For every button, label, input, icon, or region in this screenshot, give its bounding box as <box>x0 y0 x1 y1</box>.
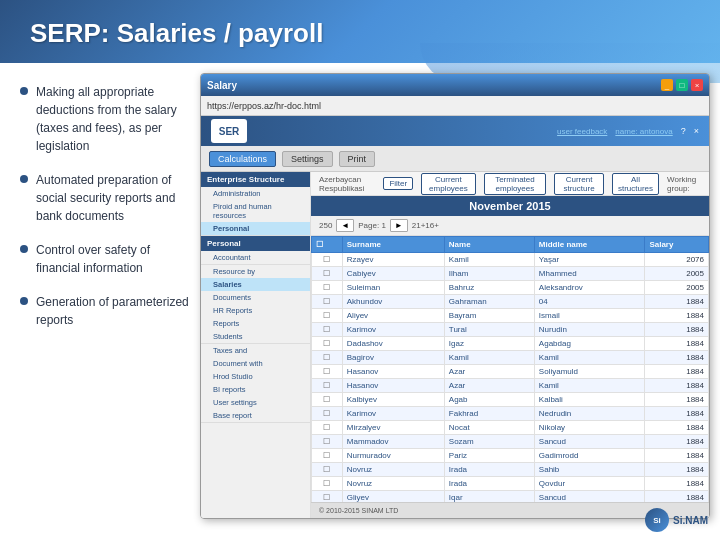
table-row[interactable]: ☐ Suleiman Bahruz Aleksandrov 2005 <box>312 281 709 295</box>
row-middle: Yaşar <box>534 253 645 267</box>
table-row[interactable]: ☐ Karimov Tural Nurudin 1884 <box>312 323 709 337</box>
sidebar-item-taxes[interactable]: Taxes and <box>201 344 310 357</box>
close-button[interactable]: × <box>691 79 703 91</box>
row-check[interactable]: ☐ <box>312 295 343 309</box>
row-name: Bahruz <box>444 281 534 295</box>
row-check[interactable]: ☐ <box>312 365 343 379</box>
table-row[interactable]: ☐ Gliyev Iqar Sancud 1884 <box>312 491 709 503</box>
app-main: Azerbaycan Respublikasi Filter Current e… <box>311 172 709 518</box>
row-name: Iqar <box>444 491 534 503</box>
sidebar-item-piroid[interactable]: Piroid and human resources <box>201 200 310 222</box>
bullet-dot <box>20 87 28 95</box>
row-check[interactable]: ☐ <box>312 253 343 267</box>
user-name-link[interactable]: name: antonova <box>615 127 672 136</box>
bullet-panel: Making all appropriate deductions from t… <box>0 63 200 529</box>
row-middle: Ismail <box>534 309 645 323</box>
row-surname: Mammadov <box>342 435 444 449</box>
filter-row: Azerbaycan Respublikasi Filter Current e… <box>311 172 709 196</box>
table-row[interactable]: ☐ Akhundov Gahraman 04 1884 <box>312 295 709 309</box>
row-check[interactable]: ☐ <box>312 393 343 407</box>
table-row[interactable]: ☐ Hasanov Azar Soliyamuld 1884 <box>312 365 709 379</box>
row-check[interactable]: ☐ <box>312 267 343 281</box>
minimize-button[interactable]: _ <box>661 79 673 91</box>
row-check[interactable]: ☐ <box>312 407 343 421</box>
row-check[interactable]: ☐ <box>312 323 343 337</box>
page-title: SERP: Salaries / payroll <box>30 18 690 49</box>
next-page-button[interactable]: ► <box>390 219 408 232</box>
data-table-element: ☐ Surname Name Middle name Salary ☐ Rzay… <box>311 236 709 502</box>
current-employees-button[interactable]: Current employees <box>421 173 475 195</box>
table-row[interactable]: ☐ Novruz Irada Sahib 1884 <box>312 463 709 477</box>
row-name: Gahraman <box>444 295 534 309</box>
sidebar-item-user-settings[interactable]: User settings <box>201 396 310 409</box>
sidebar-item-reports[interactable]: Reports <box>201 317 310 330</box>
table-header-row: ☐ Surname Name Middle name Salary <box>312 237 709 253</box>
sidebar-item-bi-reports[interactable]: BI reports <box>201 383 310 396</box>
table-row[interactable]: ☐ Nurmuradov Pariz Gadimrodd 1884 <box>312 449 709 463</box>
sidebar-item-personnal[interactable]: Personnal <box>201 222 310 235</box>
table-row[interactable]: ☐ Novruz Irada Qovdur 1884 <box>312 477 709 491</box>
sidebar-item-document-with[interactable]: Document with <box>201 357 310 370</box>
sidebar-item-documents[interactable]: Documents <box>201 291 310 304</box>
sidebar-item-salaries[interactable]: Salaries <box>201 278 310 291</box>
row-check[interactable]: ☐ <box>312 435 343 449</box>
table-row[interactable]: ☐ Aliyev Bayram Ismail 1884 <box>312 309 709 323</box>
row-surname: Hasanov <box>342 365 444 379</box>
prev-page-button[interactable]: ◄ <box>336 219 354 232</box>
row-check[interactable]: ☐ <box>312 379 343 393</box>
maximize-button[interactable]: □ <box>676 79 688 91</box>
table-row[interactable]: ☐ Bagirov Kamil Kamil 1884 <box>312 351 709 365</box>
row-middle: Nedrudin <box>534 407 645 421</box>
row-middle: Gadimrodd <box>534 449 645 463</box>
print-tab[interactable]: Print <box>339 151 376 167</box>
table-row[interactable]: ☐ Karimov Fakhrad Nedrudin 1884 <box>312 407 709 421</box>
table-row[interactable]: ☐ Mirzalyev Nocat Nikolay 1884 <box>312 421 709 435</box>
current-structure-button[interactable]: Current structure <box>554 173 604 195</box>
help-button[interactable]: ? <box>681 126 686 136</box>
terminated-employees-button[interactable]: Terminated employees <box>484 173 547 195</box>
row-salary: 1884 <box>645 407 709 421</box>
total-count: 250 <box>319 221 332 230</box>
all-structures-button[interactable]: All structures <box>612 173 659 195</box>
settings-tab[interactable]: Settings <box>282 151 333 167</box>
sidebar-item-accountant[interactable]: Accountant <box>201 251 310 264</box>
row-name: Tural <box>444 323 534 337</box>
sidebar-item-administration[interactable]: Administration <box>201 187 310 200</box>
filter-button[interactable]: Filter <box>383 177 413 190</box>
bullet-item-bullet-3: Control over safety of financial informa… <box>20 241 190 277</box>
table-row[interactable]: ☐ Cabiyev Ilham Mhammed 2005 <box>312 267 709 281</box>
sidebar-item-base-report[interactable]: Base report <box>201 409 310 422</box>
row-salary: 1884 <box>645 323 709 337</box>
row-check[interactable]: ☐ <box>312 281 343 295</box>
table-row[interactable]: ☐ Kalbiyev Agab Kalbali 1884 <box>312 393 709 407</box>
table-row[interactable]: ☐ Hasanov Azar Kamil 1884 <box>312 379 709 393</box>
table-row[interactable]: ☐ Dadashov Igaz Agabdag 1884 <box>312 337 709 351</box>
table-row[interactable]: ☐ Mammadov Sozam Sancud 1884 <box>312 435 709 449</box>
row-check[interactable]: ☐ <box>312 421 343 435</box>
row-check[interactable]: ☐ <box>312 477 343 491</box>
row-middle: Sancud <box>534 435 645 449</box>
sinam-logo: Si Si.NAM <box>645 508 708 532</box>
row-surname: Nurmuradov <box>342 449 444 463</box>
app-close-button[interactable]: × <box>694 126 699 136</box>
col-salary: Salary <box>645 237 709 253</box>
row-middle: Mhammed <box>534 267 645 281</box>
row-middle: Sancud <box>534 491 645 503</box>
row-check[interactable]: ☐ <box>312 309 343 323</box>
row-check[interactable]: ☐ <box>312 351 343 365</box>
row-check[interactable]: ☐ <box>312 449 343 463</box>
calculations-tab[interactable]: Calculations <box>209 151 276 167</box>
sidebar-item-students[interactable]: Students <box>201 330 310 343</box>
feedback-link[interactable]: user feedback <box>557 127 607 136</box>
app-body: Enterprise Structure Administration Piro… <box>201 172 709 518</box>
row-salary: 1884 <box>645 379 709 393</box>
sidebar-item-hrod[interactable]: Hrod Studio <box>201 370 310 383</box>
row-check[interactable]: ☐ <box>312 337 343 351</box>
row-check[interactable]: ☐ <box>312 463 343 477</box>
row-name: Azar <box>444 379 534 393</box>
row-check[interactable]: ☐ <box>312 491 343 503</box>
table-row[interactable]: ☐ Rzayev Kamil Yaşar 2076 <box>312 253 709 267</box>
sidebar-item-resource[interactable]: Resource by <box>201 265 310 278</box>
window-title: Salary <box>207 80 237 91</box>
sidebar-item-hr-reports[interactable]: HR Reports <box>201 304 310 317</box>
